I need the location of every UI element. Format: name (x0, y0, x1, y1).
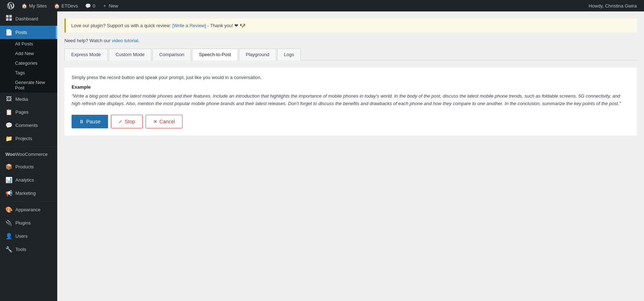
my-sites-button[interactable]: 🏠 My Sites (18, 0, 50, 11)
help-text: Need help? Watch our video tutorial. (64, 38, 637, 43)
check-icon: ✓ (118, 119, 123, 124)
posts-label: Posts (15, 30, 27, 35)
write-review-link[interactable]: [Write a Review] (172, 23, 206, 28)
new-content-button[interactable]: ＋ New (99, 0, 122, 11)
site-name-button[interactable]: 🏠 ETDevs (50, 0, 82, 11)
main-content: Love our plugin? Support us with a quick… (57, 11, 644, 301)
comments-button[interactable]: 💬 0 (82, 0, 99, 11)
posts-icon: 📄 (5, 29, 13, 36)
projects-label: Projects (15, 136, 32, 141)
sidebar-item-posts[interactable]: 📄 Posts (0, 26, 57, 39)
dashboard-icon (5, 15, 13, 23)
pages-label: Pages (15, 109, 29, 115)
action-buttons: ⏸ Pause ✓ Stop ✕ Cancel (72, 115, 630, 128)
tools-icon: 🔧 (5, 246, 13, 253)
sidebar-item-pages[interactable]: 📋 Pages (0, 105, 57, 119)
analytics-label: Analytics (15, 177, 34, 183)
video-tutorial-link[interactable]: video tutorial (112, 38, 138, 43)
sidebar-item-users[interactable]: 👤 Users (0, 230, 57, 243)
new-label: New (109, 3, 118, 9)
sidebar-item-appearance[interactable]: 🎨 Appearance (0, 203, 57, 216)
woocommerce-label: WooCommerce (15, 152, 48, 157)
stop-button[interactable]: ✓ Stop (111, 115, 143, 128)
admin-sidebar: Dashboard 📄 Posts All Posts Add New Cate… (0, 11, 57, 301)
user-greeting: Howdy, Christina Gwira (589, 3, 640, 9)
sidebar-item-media[interactable]: 🖼 Media (0, 93, 57, 105)
sidebar-item-products[interactable]: 📦 Products (0, 160, 57, 173)
comment-icon: 💬 (85, 3, 91, 9)
submenu-all-posts[interactable]: All Posts (0, 39, 57, 49)
dashboard-label: Dashboard (15, 16, 38, 21)
tab-comparison[interactable]: Comparison (152, 49, 191, 60)
tab-custom-mode[interactable]: Custom Mode (109, 49, 151, 60)
admin-bar: 🏠 My Sites 🏠 ETDevs 💬 0 ＋ New Howdy, Chr… (0, 0, 644, 11)
appearance-label: Appearance (15, 207, 40, 212)
sidebar-item-comments[interactable]: 💬 Comments (0, 119, 57, 132)
comments-sidebar-icon: 💬 (5, 122, 13, 129)
notice-text-before: Love our plugin? Support us with a quick… (71, 23, 172, 28)
notice-banner: Love our plugin? Support us with a quick… (64, 19, 637, 33)
sidebar-item-plugins[interactable]: 🔌 Plugins (0, 216, 57, 230)
site-icon: 🏠 (54, 3, 60, 9)
svg-rect-0 (6, 15, 9, 18)
site-label: ETDevs (62, 3, 78, 9)
plugins-icon: 🔌 (5, 219, 13, 226)
example-text: "Write a blog post about the latest mobi… (72, 93, 630, 108)
sidebar-item-projects[interactable]: 📁 Projects (0, 132, 57, 145)
tools-label: Tools (15, 247, 26, 252)
tab-speech-to-post[interactable]: Speech-to-Post (192, 49, 238, 60)
cancel-button[interactable]: ✕ Cancel (146, 115, 183, 128)
marketing-icon: 📢 (5, 190, 13, 197)
submenu-add-new[interactable]: Add New (0, 49, 57, 58)
my-sites-icon: 🏠 (21, 3, 27, 9)
tab-express-mode[interactable]: Express Mode (64, 49, 108, 60)
products-icon: 📦 (5, 163, 13, 170)
woocommerce-icon: Woo (5, 152, 13, 157)
svg-rect-1 (9, 15, 12, 18)
sidebar-item-marketing[interactable]: 📢 Marketing (0, 187, 57, 200)
pause-icon: ⏸ (79, 119, 84, 124)
users-label: Users (15, 233, 28, 239)
analytics-icon: 📊 (5, 177, 13, 183)
plus-icon: ＋ (102, 3, 107, 9)
comments-count: 0 (93, 3, 95, 9)
products-label: Products (15, 164, 34, 169)
sidebar-item-dashboard[interactable]: Dashboard (0, 11, 57, 26)
example-label: Example (72, 84, 630, 90)
marketing-label: Marketing (15, 191, 36, 196)
appearance-icon: 🎨 (5, 206, 13, 213)
sidebar-item-tools[interactable]: 🔧 Tools (0, 243, 57, 256)
speech-intro-text: Simply press the record button and speak… (72, 75, 630, 80)
tab-bar: Express Mode Custom Mode Comparison Spee… (64, 49, 637, 60)
pages-icon: 📋 (5, 109, 13, 115)
plugins-label: Plugins (15, 220, 31, 226)
pause-button[interactable]: ⏸ Pause (72, 115, 108, 128)
media-label: Media (15, 97, 28, 102)
svg-rect-3 (9, 18, 12, 21)
x-icon: ✕ (153, 119, 157, 124)
submenu-categories[interactable]: Categories (0, 58, 57, 68)
submenu-generate-new-post[interactable]: Generate New Post (0, 78, 57, 93)
projects-icon: 📁 (5, 135, 13, 142)
wp-logo-button[interactable] (4, 0, 18, 11)
media-icon: 🖼 (5, 96, 13, 102)
tab-logs[interactable]: Logs (277, 49, 301, 60)
my-sites-label: My Sites (29, 3, 47, 9)
sidebar-item-analytics[interactable]: 📊 Analytics (0, 173, 57, 187)
comments-label: Comments (15, 123, 38, 128)
tab-playground[interactable]: Playground (239, 49, 276, 60)
users-icon: 👤 (5, 233, 13, 240)
notice-text-after: - Thank you! ❤ 🐶 (206, 23, 245, 28)
sidebar-item-woocommerce[interactable]: Woo WooCommerce (0, 148, 57, 160)
svg-rect-2 (6, 18, 9, 21)
submenu-tags[interactable]: Tags (0, 68, 57, 78)
speech-to-post-content: Simply press the record button and speak… (64, 68, 637, 135)
posts-submenu: All Posts Add New Categories Tags Genera… (0, 39, 57, 93)
